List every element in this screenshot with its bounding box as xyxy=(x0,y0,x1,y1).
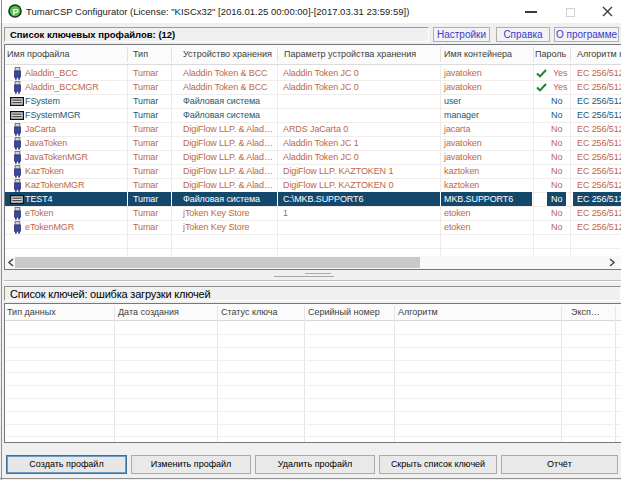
svg-text:P: P xyxy=(12,7,18,17)
